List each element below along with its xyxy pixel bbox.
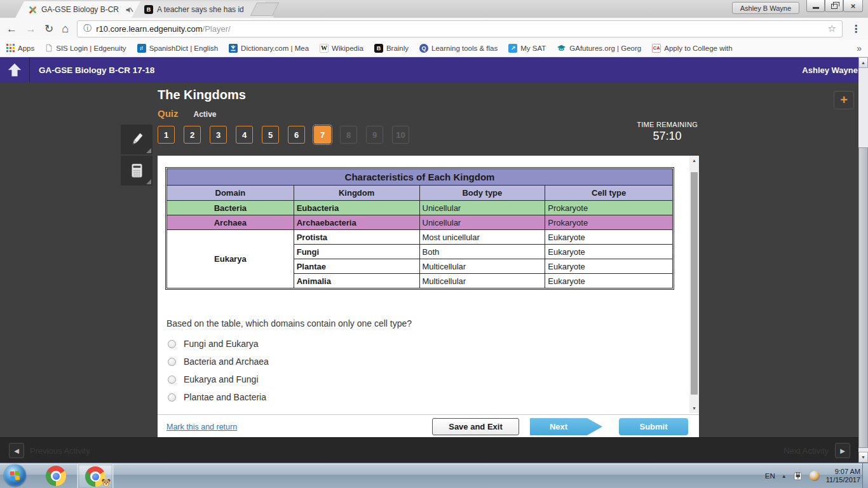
option-label[interactable]: Fungi and Eukarya (184, 339, 259, 349)
question-number-3[interactable]: 3 (210, 126, 227, 144)
option-label[interactable]: Eukarya and Fungi (184, 374, 259, 384)
table-cell: Eukaryote (545, 230, 673, 245)
next-activity-button[interactable]: ▶ (835, 443, 850, 458)
radio-button[interactable] (168, 358, 176, 366)
scrollbar-thumb[interactable] (691, 172, 698, 395)
table-cell: Eukaryote (545, 274, 673, 288)
brainly-icon: B (374, 44, 383, 53)
bookmark-wikipedia[interactable]: W Wikipedia (320, 44, 363, 53)
address-bar[interactable]: ⓘ r10.core.learn.edgenuity.com/Player/ ☆ (77, 20, 843, 37)
activity-type: Quiz (158, 108, 179, 119)
answer-option: Bacteria and Archaea (168, 356, 269, 367)
browser-toolbar: ← → ↻ ⌂ ⓘ r10.core.learn.edgenuity.com/P… (0, 18, 868, 39)
window-minimize-button[interactable] (806, 0, 825, 12)
save-and-exit-button[interactable]: Save and Exit (432, 418, 519, 435)
bookmark-apply-college[interactable]: CA Apply to College with (652, 44, 732, 53)
chrome-active-window-button[interactable] (78, 464, 113, 488)
bookmark-label: Learning tools & flas (431, 44, 498, 52)
next-button[interactable]: Next (530, 418, 602, 435)
back-icon[interactable]: ← (6, 24, 17, 34)
scroll-down-button[interactable]: ▼ (689, 403, 699, 413)
mark-and-return-link[interactable]: Mark this and return (166, 423, 237, 431)
chrome-icon (46, 466, 66, 486)
tray-sphere-icon[interactable] (810, 471, 820, 481)
close-icon: × (851, 1, 856, 11)
reload-icon[interactable]: ↻ (44, 24, 53, 34)
bookmark-star-icon[interactable]: ☆ (828, 23, 836, 34)
bookmark-gafutures[interactable]: GAfutures.org | Georg (557, 43, 641, 53)
clock[interactable]: 9:07 AM 11/15/2017 (826, 468, 860, 484)
tool-sidebar (121, 125, 153, 186)
bookmark-sis-login[interactable]: SIS Login | Edgenuity (45, 44, 126, 52)
forward-icon[interactable]: → (25, 24, 36, 34)
user-name[interactable]: Ashley Wayne (802, 65, 858, 75)
question-number-5[interactable]: 5 (262, 126, 279, 144)
screen: GA-GSE Biology B-CR × B A teacher says s… (0, 0, 868, 488)
table-cell: Both (419, 245, 545, 259)
start-button[interactable] (4, 464, 26, 487)
activity-nav: ◀ Previous Activity Next Activity ▶ (0, 437, 868, 463)
radio-button[interactable] (168, 393, 176, 402)
add-note-button[interactable]: + (834, 91, 854, 109)
submit-button[interactable]: Submit (619, 418, 688, 435)
lms-home-button[interactable] (0, 57, 30, 83)
page-info-icon[interactable]: ⓘ (83, 23, 92, 34)
chrome-pinned-button[interactable] (46, 466, 66, 486)
table-cell: Bacteria (167, 201, 294, 215)
bookmarks-overflow-icon[interactable]: » (857, 43, 862, 53)
url-text: r10.core.learn.edgenuity.com/Player/ (96, 24, 231, 34)
quiz-panel: Characteristics of Each Kingdom Domain K… (158, 156, 699, 437)
bookmark-spanishdict[interactable]: ¡! SpanishDict | English (137, 44, 218, 53)
time: 9:07 AM (826, 468, 860, 476)
question-number-6[interactable]: 6 (288, 126, 305, 144)
edgenuity-header: GA-GSE Biology B-CR 17-18 Ashley Wayne (0, 57, 868, 83)
highlighter-tool-button[interactable] (121, 125, 153, 154)
window-close-button[interactable]: × (843, 0, 863, 12)
bookmark-label: SIS Login | Edgenuity (56, 44, 126, 52)
calculator-tool-button[interactable] (121, 156, 153, 186)
page-scrollbar[interactable]: ▲ ▼ (858, 57, 868, 463)
scrollbar-thumb[interactable] (858, 147, 868, 448)
previous-activity-button[interactable]: ◀ (9, 443, 24, 458)
panel-scrollbar[interactable]: ▲ ▼ (689, 156, 699, 413)
scroll-up-button[interactable]: ▲ (689, 156, 699, 165)
window-restore-button[interactable] (825, 0, 843, 12)
brainly-favicon-icon: B (144, 5, 153, 14)
home-icon[interactable]: ⌂ (62, 23, 69, 34)
option-label[interactable]: Plantae and Bacteria (184, 392, 266, 402)
wikipedia-icon: W (320, 44, 329, 53)
table-cell: Protista (294, 230, 419, 245)
hidden-icons-arrow-icon[interactable]: ▲ (782, 473, 787, 479)
date: 11/15/2017 (826, 476, 860, 484)
show-desktop-button[interactable] (862, 463, 868, 488)
question-number-4[interactable]: 4 (236, 126, 253, 144)
question-number-bar: 1 2 3 4 5 6 7 8 9 10 (158, 126, 409, 144)
bookmark-apps[interactable]: Apps (6, 44, 34, 52)
bookmark-quizlet[interactable]: Q Learning tools & flas (419, 44, 498, 53)
system-tray: EN ▲ 9:07 AM 11/15/2017 (765, 463, 860, 488)
option-label[interactable]: Bacteria and Archaea (184, 356, 269, 367)
question-number-1[interactable]: 1 (158, 126, 175, 144)
quiz-timer: TIME REMAINING 57:10 (637, 121, 698, 143)
language-indicator[interactable]: EN (765, 472, 775, 480)
question-number-2[interactable]: 2 (184, 126, 201, 144)
question-number-7-current[interactable]: 7 (314, 126, 331, 144)
scroll-up-button[interactable]: ▲ (858, 57, 868, 68)
bookmark-my-sat[interactable]: ↗ My SAT (508, 44, 546, 53)
timer-value: 57:10 (637, 130, 698, 143)
question-text: Based on the table, which domains contai… (166, 318, 412, 329)
radio-button[interactable] (168, 376, 176, 384)
radio-button[interactable] (168, 340, 176, 348)
taskbar: EN ▲ 9:07 AM 11/15/2017 (0, 463, 868, 488)
bookmark-dictionary[interactable]: Dictionary.com | Mea (229, 44, 309, 53)
bookmark-brainly[interactable]: B Brainly (374, 44, 409, 53)
profile-name: Ashley B Wayne (740, 4, 791, 12)
action-center-plug-icon[interactable] (793, 471, 803, 481)
browser-menu-icon[interactable]: ⋮ (851, 23, 862, 35)
column-header: Kingdom (294, 186, 419, 201)
browser-profile-button[interactable]: Ashley B Wayne (732, 2, 799, 14)
table-cell: Eubacteria (294, 201, 419, 215)
scroll-down-button[interactable]: ▼ (858, 452, 868, 463)
player-stage: The Kingdoms Quiz Active (0, 83, 868, 437)
table-row: Bacteria Eubacteria Unicellular Prokaryo… (167, 201, 673, 215)
